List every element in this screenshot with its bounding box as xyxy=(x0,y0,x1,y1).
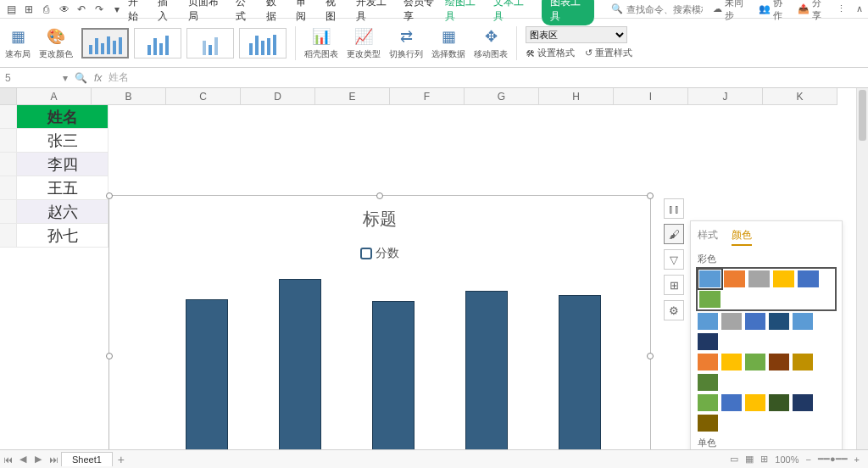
undo-icon[interactable]: ↶ xyxy=(75,3,88,16)
chart-filter-icon[interactable]: ▽ xyxy=(664,249,684,270)
sheet-nav-next-icon[interactable]: ▶ xyxy=(31,454,46,465)
preview-icon[interactable]: 👁 xyxy=(58,3,70,16)
color-swatch[interactable] xyxy=(769,354,789,370)
chart-style-thumb[interactable] xyxy=(81,28,129,58)
view-normal-icon[interactable]: ▭ xyxy=(730,454,738,465)
chart-bar[interactable]: 100 xyxy=(279,279,321,468)
spreadsheet-grid[interactable]: ABCDEFGHIJK 姓名张三李四王五赵六孙七 标题 分数 90张三100李四… xyxy=(0,88,868,449)
set-format-button[interactable]: 🛠 设置格式 xyxy=(526,47,575,59)
table-cell[interactable]: 孙七 xyxy=(17,224,108,248)
column-header[interactable]: H xyxy=(539,88,614,105)
reset-style-button[interactable]: ↺ 重置样式 xyxy=(585,47,632,59)
search-cell-icon[interactable]: 🔍 xyxy=(75,72,87,84)
more-icon[interactable]: ⋮ xyxy=(837,3,846,14)
save-icon[interactable]: ▤ xyxy=(5,3,18,16)
table-cell[interactable]: 王五 xyxy=(17,176,108,200)
row-header[interactable] xyxy=(0,129,17,153)
color-swatch[interactable] xyxy=(745,313,765,330)
column-header[interactable]: G xyxy=(465,88,539,105)
table-cell[interactable]: 赵六 xyxy=(17,200,108,224)
vertical-scrollbar[interactable] xyxy=(856,88,868,449)
column-header[interactable]: D xyxy=(241,88,315,105)
color-swatch[interactable] xyxy=(798,270,819,287)
quick-layout-button[interactable]: ▦ 速布局 xyxy=(5,26,31,60)
formula-input[interactable] xyxy=(108,72,863,84)
color-swatch[interactable] xyxy=(698,313,718,330)
sheet-nav-prev-icon[interactable]: ◀ xyxy=(15,454,31,465)
resize-handle[interactable] xyxy=(647,192,654,199)
color-swatch[interactable] xyxy=(745,354,765,370)
column-header[interactable]: F xyxy=(390,88,465,105)
change-type-button[interactable]: 📈 更改类型 xyxy=(347,26,381,60)
redo-icon[interactable]: ↷ xyxy=(93,3,106,16)
fx-icon[interactable]: fx xyxy=(94,72,102,84)
view-page-icon[interactable]: ▦ xyxy=(745,454,754,465)
column-header[interactable]: E xyxy=(315,88,390,105)
chart-style-thumb[interactable] xyxy=(186,28,234,58)
switch-rowcol-button[interactable]: ⇄ 切换行列 xyxy=(389,26,423,60)
color-swatch[interactable] xyxy=(721,394,742,411)
resize-handle[interactable] xyxy=(647,353,654,359)
color-swatch[interactable] xyxy=(748,270,770,287)
sheet-nav-first-icon[interactable]: ⏮ xyxy=(0,454,15,465)
resize-handle[interactable] xyxy=(106,192,113,199)
color-swatch[interactable] xyxy=(745,394,765,411)
chart-style-thumb[interactable] xyxy=(239,28,287,58)
column-header[interactable]: B xyxy=(92,88,166,105)
qat-dropdown-icon[interactable]: ▾ xyxy=(110,3,123,16)
row-header[interactable] xyxy=(0,176,17,200)
panel-tab-style[interactable]: 样式 xyxy=(698,228,718,246)
row-header[interactable] xyxy=(0,105,17,129)
chart-bar[interactable]: 94 xyxy=(465,291,508,468)
chart-legend[interactable]: 分数 xyxy=(109,246,650,261)
select-all-cell[interactable] xyxy=(0,88,17,105)
add-sheet-icon[interactable]: + xyxy=(113,453,130,466)
color-swatch[interactable] xyxy=(724,270,745,287)
resize-handle[interactable] xyxy=(106,353,113,359)
command-search[interactable]: 🔍 xyxy=(611,3,703,14)
select-data-button[interactable]: ▦ 选择数据 xyxy=(431,26,465,60)
resize-handle[interactable] xyxy=(376,192,383,199)
column-header[interactable]: A xyxy=(17,88,92,105)
new-icon[interactable]: ⊞ xyxy=(23,3,36,16)
view-break-icon[interactable]: ⊞ xyxy=(760,454,768,465)
move-chart-button[interactable]: ✥ 移动图表 xyxy=(474,26,508,60)
panel-tab-color[interactable]: 颜色 xyxy=(732,228,752,246)
color-swatch[interactable] xyxy=(698,333,718,350)
save-template-button[interactable]: 📊 稻壳图表 xyxy=(304,26,338,60)
row-header[interactable] xyxy=(0,153,17,176)
zoom-level[interactable]: 100% xyxy=(775,454,798,465)
color-swatch[interactable] xyxy=(773,270,794,287)
chart-style-thumb[interactable] xyxy=(134,28,181,58)
zoom-out-icon[interactable]: − xyxy=(805,454,810,465)
color-swatch[interactable] xyxy=(793,394,813,411)
color-swatch[interactable] xyxy=(699,270,721,287)
color-swatch[interactable] xyxy=(698,415,718,432)
color-swatch[interactable] xyxy=(721,313,742,330)
color-swatch[interactable] xyxy=(698,354,718,370)
table-cell[interactable]: 张三 xyxy=(17,129,108,153)
table-cell[interactable]: 李四 xyxy=(17,153,108,176)
row-header[interactable] xyxy=(0,200,17,224)
row-header[interactable] xyxy=(0,224,17,248)
zoom-slider[interactable]: ━━●━━ xyxy=(818,454,848,465)
column-header[interactable]: J xyxy=(688,88,763,105)
column-header[interactable]: C xyxy=(166,88,241,105)
color-swatch[interactable] xyxy=(721,354,742,370)
search-input[interactable] xyxy=(626,4,703,14)
sheet-tab[interactable]: Sheet1 xyxy=(61,452,113,466)
chart-settings-icon[interactable]: ⚙ xyxy=(664,300,684,320)
name-dropdown-icon[interactable]: ▾ xyxy=(63,72,68,84)
scrollbar-thumb[interactable] xyxy=(859,90,866,141)
sheet-nav-last-icon[interactable]: ⏭ xyxy=(46,454,61,465)
expand-icon[interactable]: ∧ xyxy=(856,3,863,14)
chart-plot-area[interactable]: 90张三100李四89王五94赵六92孙七 xyxy=(160,281,625,468)
chart-bar[interactable]: 89 xyxy=(372,301,415,468)
color-swatch[interactable] xyxy=(769,394,789,411)
table-header-cell[interactable]: 姓名 xyxy=(17,105,108,129)
chart-bar[interactable]: 90 xyxy=(186,299,228,468)
color-swatch[interactable] xyxy=(699,291,721,308)
color-swatch[interactable] xyxy=(698,394,718,411)
chart-elements-icon[interactable]: ⫿⫿ xyxy=(664,198,684,219)
print-icon[interactable]: ⎙ xyxy=(40,3,53,16)
